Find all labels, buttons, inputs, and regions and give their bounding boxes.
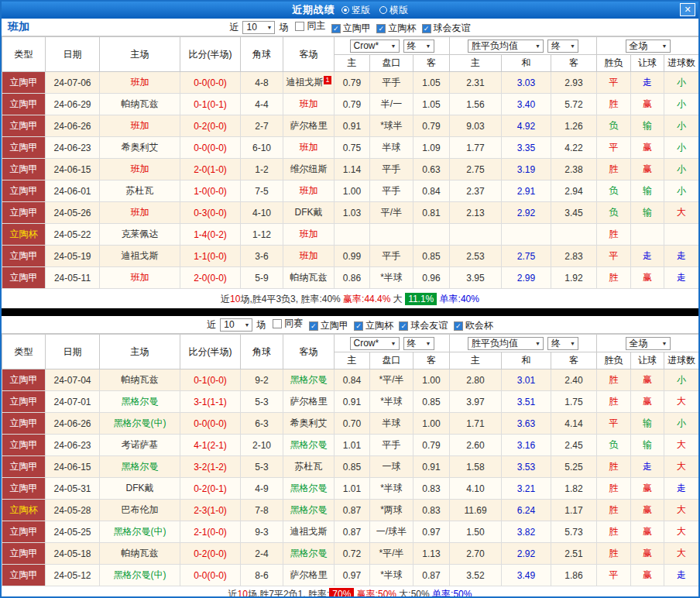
avg-away-cell: 1.86 [551,565,597,586]
filter-checkbox[interactable]: ✓ 立陶甲 [309,319,348,332]
col-header-score: 比分(半场) [180,335,241,369]
summary-segment: 大 [393,293,405,305]
filter-checkbox[interactable]: ✓ 球会友谊 [422,22,471,35]
checkbox-icon: ✓ [309,321,318,331]
summary-hegelmann: 近 10 场,胜7平2负1, 胜率: 70% 赢率:50% 大:50% 单率:5… [2,586,698,598]
odds-company-select[interactable]: Crow*▼ [350,40,400,53]
league-cell: 立陶甲 [2,478,46,500]
match-row: 立陶甲 24-05-26 班加 0-3(0-0) 4-10 DFK戴 1.03 … [2,202,699,224]
layout-radio-option[interactable]: 竖版 [341,4,370,17]
date-cell: 24-06-15 [46,456,100,478]
summary-segment: 场,胜7平2负1, 胜率: [248,588,329,598]
match-row: 立陶甲 24-06-26 班加 0-2(0-0) 2-7 萨尔格里 0.91 *… [2,115,699,137]
avg-away-cell: 2.83 [551,246,597,267]
avg-home-cell: 2.80 [450,369,502,391]
col-header-avg-away: 客 [551,55,597,72]
away-team-cell: 黑格尔曼 [283,369,335,391]
odds-away-cell: 0.97 [413,521,450,543]
avg-draw-cell: 2.99 [502,267,551,289]
goals-cell: 大 [664,202,699,224]
avg-draw-cell: 3.01 [502,369,551,391]
layout-radio-option[interactable]: 横版 [379,4,408,17]
avg-home-cell: 2.13 [450,202,502,224]
avg-home-cell: 1.56 [450,94,502,115]
away-team-cell: 黑格尔曼 [283,543,335,565]
matches-table-hegelmann: 类型 日期 主场 比分(半场) 角球 客场 Crow*▼ 终▼ 胜平负均 [2,334,699,586]
layout-radio-group: 竖版 横版 [341,4,408,17]
close-icon: ✕ [684,5,691,14]
avg-final-select[interactable]: 终▼ [547,337,578,350]
handicap-cell: 平手 [370,246,413,267]
handicap-cell: *平/半 [370,369,413,391]
goals-cell: 走 [664,246,699,267]
league-cell: 立陶甲 [2,521,46,543]
avg-home-cell: 1.50 [450,521,502,543]
avg-controls: 胜平负均值▼ 终▼ [450,37,597,55]
league-cell: 立陶甲 [2,72,46,94]
avg-home-cell: 2.60 [450,435,502,456]
filter-checkbox[interactable]: ✓ 欧会杯 [454,319,493,332]
scope-select[interactable]: 全场▼ [626,337,671,350]
chevron-down-icon: ▼ [662,43,667,49]
league-cell: 立陶甲 [2,391,46,413]
corner-cell: 5-9 [241,267,283,289]
corner-cell: 9-2 [241,369,283,391]
filter-checkbox[interactable]: 同主 [295,19,325,33]
scope-select[interactable]: 全场▼ [626,40,671,53]
avg-away-cell: 4.14 [551,413,597,435]
result-cell: 胜 [597,267,631,289]
col-header-odds-home: 主 [335,352,370,369]
avg-odds-select[interactable]: 胜平负均值▼ [468,40,544,53]
home-team-cell: 班加 [100,72,180,94]
avg-away-cell: 1.82 [551,478,597,500]
league-cell: 立陶甲 [2,137,46,159]
result-cell: 胜 [597,521,631,543]
avg-away-cell: 2.94 [551,180,597,202]
filter-checkbox[interactable]: ✓ 立陶杯 [376,22,416,35]
col-header-avg-home: 主 [450,55,502,72]
avg-home-cell: 2.37 [450,180,502,202]
result-cell: 平 [597,137,631,159]
filter-checkbox[interactable]: ✓ 立陶杯 [354,319,393,332]
score-cell: 0-2(0-1) [180,478,241,500]
avg-final-select[interactable]: 终▼ [547,40,578,53]
result-cell: 平 [597,565,631,586]
match-count-select[interactable]: 10▼ [220,318,252,332]
away-team-cell: 黑格尔曼 [283,500,335,521]
avg-home-cell: 3.52 [450,565,502,586]
filter-checkbox[interactable]: ✓ 立陶甲 [331,22,371,35]
avg-away-cell: 2.45 [551,435,597,456]
close-button[interactable]: ✕ [680,3,695,16]
avg-away-cell: 2.38 [551,159,597,180]
filter-checkbox[interactable]: 同赛 [273,317,303,330]
corner-cell: 2-10 [241,435,283,456]
col-header-goals: 进球数 [664,352,699,369]
odds-away-cell: 1.05 [413,72,450,94]
league-cell: 立陶甲 [2,159,46,180]
filter-checkbox[interactable]: ✓ 球会友谊 [399,319,448,332]
odds-home-cell: 1.01 [335,478,370,500]
odds-final-select[interactable]: 终▼ [403,40,434,53]
home-team-cell: 巴布伦加 [100,500,180,521]
odds-final-select[interactable]: 终▼ [403,337,434,350]
goals-cell: 小 [664,72,699,94]
league-cell: 立陶甲 [2,413,46,435]
filterbar-banga: 班加 近 10▼ 场 同主 ✓ 立陶甲 [2,19,698,36]
match-row: 立陶甲 24-07-01 黑格尔曼 3-1(1-1) 5-3 萨尔格里 0.91… [2,391,699,413]
odds-company-select[interactable]: Crow*▼ [350,337,400,350]
match-count-select[interactable]: 10▼ [242,21,275,34]
avg-odds-select[interactable]: 胜平负均值▼ [468,337,544,350]
chevron-down-icon: ▼ [391,43,396,49]
league-cell: 立陶甲 [2,180,46,202]
home-team-cell: 帕纳瓦兹 [100,369,180,391]
checkbox-icon [273,319,282,328]
handicap-result-cell: 赢 [631,543,664,565]
chevron-down-icon: ▼ [662,341,667,346]
home-team-cell: 班加 [100,115,180,137]
handicap-cell: 平手 [370,159,413,180]
handicap-result-cell: 输 [631,180,664,202]
handicap-cell: 半球 [370,137,413,159]
home-team-cell: 黑格尔曼(中) [100,413,180,435]
odds-away-cell: 0.63 [413,159,450,180]
table-header-row-1: 类型 日期 主场 比分(半场) 角球 客场 Crow*▼ 终▼ 胜平负均 [2,335,699,352]
